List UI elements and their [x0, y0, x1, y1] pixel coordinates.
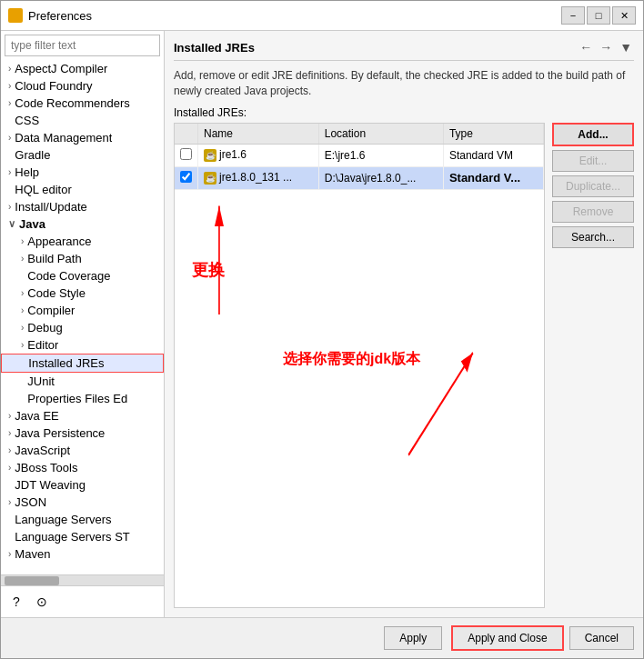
main-content: ›AspectJ Compiler ›Cloud Foundry ›Code R…: [1, 31, 643, 617]
annotation-container: Name Location Type ☕jre1.6 E:\jre1.6: [174, 123, 545, 608]
nav-forward-button[interactable]: →: [598, 40, 614, 55]
tree-item-appearance[interactable]: ›Appearance: [1, 233, 164, 250]
filter-input[interactable]: [5, 35, 160, 56]
row2-type: Standard V...: [443, 166, 543, 189]
col-header-type: Type: [443, 124, 543, 145]
panel-navigation: ← → ▼: [578, 40, 634, 55]
tree-item-languageservers[interactable]: ›Language Servers: [1, 511, 164, 528]
panel-title-text: Installed JREs: [174, 41, 255, 55]
close-button[interactable]: ✕: [612, 6, 636, 25]
tree-item-codecoverage[interactable]: ›Code Coverage: [1, 267, 164, 285]
tree-item-datamanagement[interactable]: ›Data Management: [1, 129, 164, 146]
table-row-area: Name Location Type ☕jre1.6 E:\jre1.6: [174, 123, 634, 608]
apply-button[interactable]: Apply: [384, 626, 442, 650]
tree-item-coderecommenders[interactable]: ›Code Recommenders: [1, 95, 164, 112]
left-panel: ›AspectJ Compiler ›Cloud Foundry ›Code R…: [1, 31, 165, 617]
nav-menu-button[interactable]: ▼: [618, 40, 634, 55]
link-icon-button[interactable]: ⊙: [32, 592, 52, 612]
row1-type: Standard VM: [443, 144, 543, 166]
tree-item-hqleditor[interactable]: ›HQL editor: [1, 181, 164, 198]
preferences-icon: [8, 8, 23, 23]
col-header-location: Location: [318, 124, 443, 145]
row2-location: D:\Java\jre1.8.0_...: [318, 166, 443, 189]
help-icon-button[interactable]: ?: [6, 592, 26, 612]
apply-close-button[interactable]: Apply and Close: [451, 625, 563, 651]
tree-item-jdtweaving[interactable]: ›JDT Weaving: [1, 476, 164, 494]
tree-area: ›AspectJ Compiler ›Cloud Foundry ›Code R…: [1, 60, 164, 574]
col-header-check: [175, 124, 198, 145]
row2-name: ☕jre1.8.0_131 ...: [198, 166, 319, 189]
tree-item-buildpath[interactable]: ›Build Path: [1, 250, 164, 267]
tree-item-junit[interactable]: ›JUnit: [1, 373, 164, 390]
tree-item-gradle[interactable]: ›Gradle: [1, 146, 164, 164]
jre-table: Name Location Type ☕jre1.6 E:\jre1.6: [175, 124, 544, 190]
panel-description: Add, remove or edit JRE definitions. By …: [174, 68, 634, 99]
tree-item-help[interactable]: ›Help: [1, 164, 164, 181]
panel-header: Installed JREs ← → ▼: [174, 40, 634, 61]
tree-item-javapersistence[interactable]: ›Java Persistence: [1, 424, 164, 442]
tree-item-debug[interactable]: ›Debug: [1, 319, 164, 336]
preferences-window: Preferences − □ ✕ ›AspectJ Compiler ›Clo…: [0, 0, 644, 659]
tree-item-java[interactable]: ∨Java: [1, 215, 164, 233]
left-footer: ? ⊙: [1, 585, 164, 617]
jre-icon: ☕: [204, 149, 216, 162]
maximize-button[interactable]: □: [587, 6, 610, 25]
tree-item-compiler[interactable]: ›Compiler: [1, 302, 164, 319]
tree-item-installupdated[interactable]: ›Install/Update: [1, 198, 164, 215]
minimize-button[interactable]: −: [561, 6, 585, 25]
tree-item-installedjres[interactable]: ›Installed JREs: [1, 354, 164, 373]
row1-name: ☕jre1.6: [198, 144, 319, 166]
right-panel: Installed JREs ← → ▼ Add, remove or edit…: [165, 31, 643, 617]
duplicate-button[interactable]: Duplicate...: [552, 175, 634, 197]
window-title: Preferences: [28, 9, 556, 23]
tree-item-aspectj[interactable]: ›AspectJ Compiler: [1, 60, 164, 77]
tree-item-css[interactable]: ›CSS: [1, 112, 164, 129]
tree-item-javaee[interactable]: ›Java EE: [1, 407, 164, 424]
row1-location: E:\jre1.6: [318, 144, 443, 166]
tree-item-editor[interactable]: ›Editor: [1, 336, 164, 354]
search-button[interactable]: Search...: [552, 226, 634, 248]
row1-checkbox-cell[interactable]: [175, 144, 198, 166]
bottom-bar: Apply Apply and Close Cancel: [1, 617, 643, 658]
row1-checkbox[interactable]: [180, 148, 192, 160]
table-row[interactable]: ☕jre1.6 E:\jre1.6 Standard VM: [175, 144, 544, 166]
tree-item-propertiesfiles[interactable]: ›Properties Files Ed: [1, 390, 164, 407]
tree-item-maven[interactable]: ›Maven: [1, 545, 164, 563]
tree-item-json[interactable]: ›JSON: [1, 494, 164, 511]
edit-button[interactable]: Edit...: [552, 150, 634, 172]
right-action-buttons: Add... Edit... Duplicate... Remove Searc…: [552, 123, 634, 608]
horizontal-scrollbar[interactable]: [1, 574, 164, 585]
col-header-name: Name: [198, 124, 319, 145]
row2-checkbox[interactable]: [180, 171, 192, 183]
table-row[interactable]: ☕jre1.8.0_131 ... D:\Java\jre1.8.0_... S…: [175, 166, 544, 189]
nav-back-button[interactable]: ←: [578, 40, 594, 55]
jre-icon: ☕: [204, 172, 216, 185]
section-label: Installed JREs:: [174, 106, 634, 119]
tree-item-cloudfoundry[interactable]: ›Cloud Foundry: [1, 77, 164, 95]
tree-item-javascript[interactable]: ›JavaScript: [1, 442, 164, 459]
window-controls: − □ ✕: [561, 6, 636, 25]
tree-item-languageserversts[interactable]: ›Language Servers ST: [1, 528, 164, 545]
tree-item-jbosstools[interactable]: ›JBoss Tools: [1, 459, 164, 476]
tree-item-codestyle[interactable]: ›Code Style: [1, 285, 164, 302]
title-bar: Preferences − □ ✕: [1, 1, 643, 31]
cancel-button[interactable]: Cancel: [569, 626, 634, 650]
scrollbar-thumb[interactable]: [5, 576, 59, 585]
remove-button[interactable]: Remove: [552, 201, 634, 223]
add-button[interactable]: Add...: [552, 123, 634, 146]
jre-table-container: Name Location Type ☕jre1.6 E:\jre1.6: [174, 123, 545, 608]
row2-checkbox-cell[interactable]: [175, 166, 198, 189]
